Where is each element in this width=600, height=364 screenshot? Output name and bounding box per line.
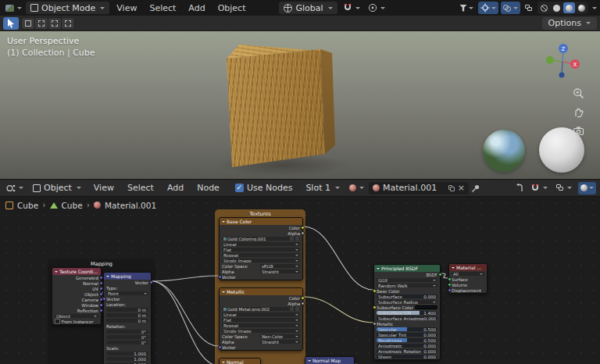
socket-vector[interactable] [99,287,103,291]
socket-vector[interactable] [99,292,103,296]
menu-view[interactable]: View [111,3,142,13]
node-header[interactable]: Normal [220,359,260,364]
snap-toggle[interactable] [341,2,362,14]
menu-view[interactable]: View [88,183,120,193]
pin-icon[interactable] [471,184,480,193]
socket-shader[interactable] [438,273,442,277]
breadcrumb-material[interactable]: Material.001 [105,201,156,210]
breadcrumb-object[interactable]: Cube [17,201,38,210]
navigation-gizmo[interactable]: Z X [542,41,583,81]
socket-color[interactable] [301,296,305,300]
select-mode-subtract-button[interactable] [48,18,61,29]
node-normal-map[interactable]: Normal MapNormal [305,356,355,364]
unlink-material-icon[interactable]: × [458,184,465,192]
node-menu[interactable]: Non-Color [260,334,300,339]
socket-color[interactable] [373,305,377,309]
node-menu[interactable]: Single Image [222,259,300,263]
color-swatch[interactable] [415,305,438,309]
shading-material-button[interactable] [563,2,575,13]
node-number-field[interactable]: 0 m [106,313,148,318]
node-menu[interactable]: Straight [260,340,300,344]
socket-vector[interactable] [99,303,103,307]
node-slider[interactable]: Anisotropic Rotation0.000 [377,349,438,354]
menu-select[interactable]: Select [122,183,159,193]
node-normal-texture[interactable]: Normal [219,358,261,364]
node-header[interactable]: Texture Coordinate [52,268,101,275]
image-selector[interactable]: Gold Coloring.001 [222,237,300,241]
node-slider[interactable]: Subsurface Anisotropy0.000 [377,316,438,321]
orientation-dropdown[interactable]: Global [279,2,337,14]
node-slider[interactable]: Specular Tint0.000 [377,333,438,337]
gizmo-neg-z-axis[interactable] [559,73,565,78]
viewport-3d[interactable]: User Perspective (1) Collection | Cube Z… [0,31,600,179]
node-menu[interactable]: Point [106,291,148,296]
pan-hand-icon[interactable] [573,106,584,118]
node-mapping[interactable]: MappingVectorType:PointVectorLocation:0 … [103,272,152,364]
zoom-icon[interactable] [573,87,584,99]
gizmo-y-axis[interactable] [546,56,554,64]
node-menu[interactable]: GGX [377,278,438,283]
socket-vector[interactable] [448,288,452,292]
node-metallic[interactable]: MetallicColorAlphaGold Metal.png.002Line… [219,287,303,351]
select-mode-intersect-button[interactable] [62,18,74,29]
node-menu[interactable]: Random Walk [377,284,438,288]
node-menu[interactable]: Flat [222,248,300,252]
node-number-field[interactable]: 1.000 [106,357,148,362]
matcap-preview-sphere[interactable] [539,127,584,173]
socket-value[interactable] [301,231,305,235]
node-menu[interactable]: Object [55,314,98,319]
material-name-field[interactable]: Material.001 × [369,182,469,194]
node-menu[interactable]: sRGB [260,264,300,269]
node-menu[interactable]: Flat [222,318,300,323]
options-dropdown[interactable]: Options [542,17,597,30]
select-mode-set-button[interactable] [22,18,34,29]
menu-select[interactable]: Select [144,3,181,13]
node-principled-bsdf[interactable]: Principled BSDFBSDFGGXRandom WalkBase Co… [373,264,441,360]
menu-object[interactable]: Object [212,3,252,13]
socket-value[interactable] [301,302,305,305]
node-header[interactable]: Metallic [220,288,302,295]
socket-vector[interactable] [99,309,103,312]
xray-toggle[interactable] [523,2,535,14]
shader-type-dropdown[interactable]: Object [28,182,86,194]
node-slider[interactable]: Roughness0.500 [377,338,438,343]
node-checkbox[interactable] [55,319,60,324]
node-number-field[interactable]: 0 m [106,319,148,323]
socket-color[interactable] [301,226,305,230]
node-number-field[interactable]: 0 m [106,308,148,312]
slot-dropdown[interactable]: Slot 1 [301,182,345,194]
node-menu[interactable]: Repeat [222,253,300,258]
select-mode-extend-button[interactable] [35,18,48,29]
node-number-field[interactable]: 0° [106,330,148,334]
socket-value[interactable] [373,322,377,326]
editor-type-button[interactable] [3,2,24,14]
node-texture-coordinate[interactable]: Texture CoordinateGeneratedNormalUVObjec… [52,267,102,325]
node-menu[interactable]: All [452,272,484,277]
shading-wireframe-button[interactable] [538,2,550,13]
node-editor-canvas[interactable]: MappingTextures Texture CoordinateGenera… [0,197,600,364]
socket-vector[interactable] [218,345,222,349]
breadcrumb-mesh[interactable]: Cube [62,201,83,210]
node-menu[interactable]: Straight [260,269,300,274]
socket-vector[interactable] [102,297,106,301]
node-number-field[interactable]: 1.000 [106,352,148,356]
socket-color[interactable] [373,289,377,293]
image-selector[interactable]: Gold Metal.png.002 [222,307,300,312]
node-slider[interactable]: Sheen0.000 [377,355,438,359]
parent-tree-icon[interactable] [515,184,524,193]
socket-vector[interactable] [99,276,103,280]
node-slider[interactable]: Subsurface IOR1.400 [377,311,438,316]
show-gizmo-toggle[interactable] [478,2,498,14]
preview-shading-toggle[interactable] [578,182,596,194]
socket-vector[interactable] [218,275,222,279]
menu-add[interactable]: Add [183,3,210,13]
editor-type-button[interactable] [4,182,26,194]
shading-rendered-button[interactable] [576,2,588,13]
chevron-down-icon[interactable] [592,7,597,9]
use-nodes-checkbox[interactable]: ✓ [235,184,244,192]
snap-toggle[interactable] [528,182,550,194]
node-base-color[interactable]: Base ColorColorAlphaGold Coloring.001Lin… [219,217,303,280]
socket-shader[interactable] [448,283,452,287]
mode-dropdown[interactable]: Object Mode [26,2,109,14]
overlays-toggle[interactable] [554,182,574,194]
